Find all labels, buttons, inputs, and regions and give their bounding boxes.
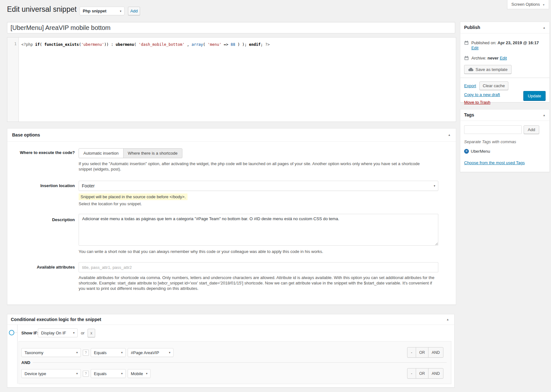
code-line[interactable]: <?php if( function_exists('ubermenu')) :… — [19, 38, 456, 122]
description-textarea[interactable]: Adicionar este menu a todas as páginas q… — [79, 214, 438, 246]
export-row: Export Clear cache — [464, 81, 546, 90]
collapse-icon[interactable]: ▲ — [448, 129, 451, 141]
page-title: Edit universal snippet — [7, 4, 77, 14]
choose-most-used-tags-link[interactable]: Choose from the most used Tags — [464, 160, 525, 165]
or-condition-button[interactable]: OR — [416, 368, 428, 378]
condition-field-select[interactable]: Taxonomy ▼ — [21, 348, 81, 357]
condition-actions: - OR AND — [407, 347, 443, 358]
show-if-select[interactable]: Display On IF ▼ — [38, 328, 78, 337]
code-token: function_exists — [44, 42, 79, 47]
and-condition-button[interactable]: AND — [428, 347, 443, 357]
collapse-icon[interactable]: ▲ — [543, 109, 546, 121]
code-token: if — [35, 42, 39, 47]
or-condition-button[interactable]: OR — [416, 347, 428, 357]
available-attributes-input[interactable] — [79, 262, 438, 272]
chevron-down-icon: ▼ — [121, 372, 123, 375]
snippet-type-value: Php snippet — [83, 9, 106, 13]
chevron-down-icon: ▼ — [121, 351, 123, 354]
update-button[interactable]: Update — [523, 91, 546, 101]
condition-group-node[interactable] — [9, 330, 14, 335]
code-token: 'ubermenu' — [81, 42, 104, 47]
save-as-template-button[interactable]: Save as template — [464, 65, 512, 74]
condition-operator-value: Equals — [94, 350, 107, 355]
copy-to-new-draft-link[interactable]: Copy to a new draft — [464, 92, 500, 97]
condition-actions: - OR AND — [407, 368, 443, 379]
insertion-location-select[interactable]: Footer ▼ — [79, 181, 438, 191]
help-button[interactable]: ? — [83, 371, 89, 377]
edit-published-link[interactable]: Edit — [471, 46, 478, 50]
help-button[interactable]: ? — [83, 350, 89, 356]
tags-input-row: Add — [464, 125, 546, 134]
new-tag-input[interactable] — [464, 125, 522, 134]
snippet-type-select[interactable]: Php snippet ▼ — [80, 7, 124, 15]
remove-group-button[interactable]: x — [88, 329, 95, 337]
screen-options-tab[interactable]: Screen Options▼ — [507, 0, 549, 9]
edit-archive-link[interactable]: Edit — [500, 56, 507, 60]
attributes-help-text: Available attributes for shortcode via c… — [79, 275, 437, 291]
condition-value-select[interactable]: Mobile ▼ — [128, 369, 151, 378]
tags-body: Add Separate Tags with commas ✕ UberMenu… — [460, 121, 549, 165]
screen-options-label: Screen Options — [511, 2, 540, 7]
tags-hint: Separate Tags with commas — [464, 139, 546, 144]
save-as-template-label: Save as template — [476, 67, 507, 72]
execute-toggle-group: Automatic insertion Where there is a sho… — [79, 148, 182, 158]
conditional-logic-panel: Conditional execution logic for the snip… — [7, 314, 455, 388]
snippet-title-input[interactable] — [7, 22, 455, 33]
calendar-icon — [464, 56, 469, 60]
code-token: 'menu' — [208, 42, 221, 47]
chevron-down-icon: ▼ — [145, 372, 148, 375]
and-separator-label: AND — [21, 360, 30, 365]
remove-tag-icon[interactable]: ✕ — [464, 149, 469, 154]
insertion-location-value: Footer — [82, 183, 95, 188]
code-token: 'dash_mobile_bottom' — [139, 42, 185, 47]
and-condition-button[interactable]: AND — [428, 368, 443, 378]
condition-row: Taxonomy ▼ ? Equals ▼ #Page AreaVIP ▼ — [21, 348, 173, 357]
base-options-body: Where to execute the code? Automatic ins… — [7, 142, 456, 305]
condition-group: Taxonomy ▼ ? Equals ▼ #Page AreaVIP ▼ - … — [18, 341, 451, 384]
publish-body: Published on: Apr 23, 2019 @ 16:17 Edit … — [460, 33, 549, 103]
clear-cache-button[interactable]: Clear cache — [479, 81, 508, 90]
remove-condition-button[interactable]: - — [407, 347, 416, 357]
code-token: ) ); — [235, 42, 249, 47]
code-editor[interactable]: 1 <?php if( function_exists('ubermenu'))… — [7, 37, 456, 122]
archive-row: Archive: never Edit — [464, 56, 546, 61]
tags-title: Tags — [464, 112, 474, 117]
condition-value: Mobile — [131, 371, 143, 376]
publish-header: Publish ▲ — [460, 22, 549, 33]
chevron-down-icon: ▼ — [433, 185, 436, 187]
collapse-icon[interactable]: ▲ — [543, 22, 546, 33]
code-token: ( — [79, 42, 81, 47]
conditional-logic-title: Conditional execution logic for the snip… — [11, 317, 101, 322]
and-separator: AND — [21, 360, 447, 365]
add-tag-button[interactable]: Add — [524, 125, 539, 134]
collapse-icon[interactable]: ▲ — [446, 314, 449, 325]
tags-header: Tags ▲ — [460, 109, 549, 121]
condition-operator-select[interactable]: Equals ▼ — [91, 369, 126, 378]
condition-field-value: Device type — [25, 371, 46, 376]
add-snippet-button[interactable]: Add — [128, 7, 140, 15]
export-link[interactable]: Export — [464, 83, 476, 88]
show-if-value: Display On IF — [41, 331, 66, 335]
code-token: ?> — [265, 42, 270, 47]
page: Screen Options▼ Edit universal snippet P… — [0, 0, 551, 392]
toggle-automatic-insertion[interactable]: Automatic insertion — [79, 149, 124, 158]
remove-condition-button[interactable]: - — [407, 368, 416, 378]
condition-operator-select[interactable]: Equals ▼ — [91, 348, 126, 357]
publish-box: Publish ▲ Published on: Apr 23, 2019 @ 1… — [460, 22, 550, 102]
tags-box: Tags ▲ Add Separate Tags with commas ✕ U… — [460, 109, 550, 172]
condition-value-select[interactable]: #Page AreaVIP ▼ — [128, 348, 173, 357]
code-token: ( — [203, 42, 208, 47]
code-token: )) : — [104, 42, 116, 47]
move-to-trash-link[interactable]: Move to Trash — [464, 100, 490, 105]
trash-row: Move to Trash — [464, 100, 546, 105]
condition-row: Device type ▼ ? Equals ▼ Mobile ▼ — [21, 369, 151, 378]
base-options-panel: Base options ▲ Where to execute the code… — [7, 128, 456, 305]
condition-field-select[interactable]: Device type ▼ — [21, 369, 81, 378]
condition-tree-line — [17, 325, 18, 384]
cloud-icon — [468, 67, 473, 71]
tag-item: ✕ UberMenu — [464, 149, 546, 154]
condition-field-value: Taxonomy — [25, 350, 43, 355]
show-if-label: Show IF: — [21, 331, 39, 335]
description-help-text: You can write a short note so that you c… — [79, 249, 429, 254]
toggle-where-shortcode[interactable]: Where there is a shortcode — [124, 149, 182, 158]
